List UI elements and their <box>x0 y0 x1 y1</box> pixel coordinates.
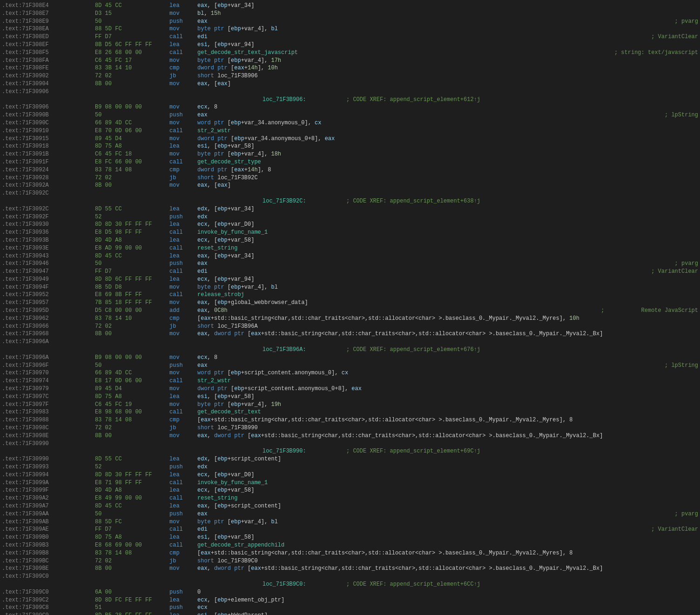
asm-mnemonic: mov <box>169 119 197 127</box>
asm-bytes: 8D 75 A8 <box>95 142 169 150</box>
asm-bytes: 83 78 14 08 <box>95 166 169 174</box>
asm-operands: eax, 0C8h <box>197 307 594 315</box>
asm-mnemonic: call <box>169 268 197 276</box>
asm-address: .text:71F30988 <box>2 416 95 424</box>
asm-line: .text:71F309048B 00moveax, [eax] <box>0 80 700 88</box>
asm-address: .text:71F309C0 <box>2 573 95 581</box>
loc-comment: ; CODE XREF: append_script_element+6CC↑j <box>346 581 480 588</box>
asm-line: .text:71F308EA88 5D FCmovbyte ptr [ebp+v… <box>0 25 700 33</box>
asm-line: .text:71F309498D 8D 6C FF FF FFleaecx, [… <box>0 276 700 284</box>
asm-address: .text:71F30952 <box>2 291 95 299</box>
asm-operands: ecx, [ebp+var_58] <box>197 487 698 494</box>
asm-line: .text:71F3092A8B 00moveax, [eax] <box>0 182 700 189</box>
asm-operands: reset_string <box>197 494 698 502</box>
asm-bytes: E8 69 8B FF FF <box>95 291 169 299</box>
asm-line: .text:71F3097989 45 D4movdword ptr [ebp+… <box>0 385 700 393</box>
asm-mnemonic: mov <box>169 369 197 377</box>
loc-label-line: loc_71F3B96A:; CODE XREF: append_script_… <box>0 346 700 354</box>
asm-comment: ; VariantClear <box>645 526 698 534</box>
asm-operands: [eax+std::basic_string<char,std::char_tr… <box>197 416 698 424</box>
asm-operands: edx <box>197 463 698 471</box>
asm-bytes: 8B 00 <box>95 182 169 189</box>
asm-mnemonic: push <box>169 588 197 596</box>
asm-operands: get_decode_str_text <box>197 408 698 416</box>
asm-operands: byte ptr [ebp+var_4], 18h <box>197 150 698 158</box>
asm-address: .text:71F30946 <box>2 260 95 268</box>
asm-operands: invoke_by_func_name_1 <box>197 479 698 487</box>
asm-operands: get_decode_str_text_javascript <box>197 49 608 57</box>
asm-line: .text:71F3091FE8 FC 66 00 00callget_deco… <box>0 158 700 166</box>
asm-operands: str_2_wstr <box>197 377 698 385</box>
asm-operands: edx, [ebp+script_content] <box>197 455 698 463</box>
asm-operands: esi, [ebp+hWndParent] <box>197 612 698 615</box>
asm-bytes: 72 02 <box>95 72 169 80</box>
asm-address: .text:71F308FA <box>2 57 95 65</box>
asm-mnemonic: mov <box>169 354 197 362</box>
asm-operands: 0 <box>197 588 698 596</box>
asm-mnemonic: lea <box>169 276 197 284</box>
asm-bytes: 8D 8D 6C FF FF FF <box>95 276 169 284</box>
asm-operands: short loc_71F3B9C0 <box>197 557 698 565</box>
asm-operands: ecx <box>197 604 698 612</box>
asm-address: .text:71F309AE <box>2 526 95 534</box>
asm-line: .text:71F3099AE8 71 98 FF FFcallinvoke_b… <box>0 479 700 487</box>
asm-comment: ; VariantClear <box>645 33 698 41</box>
asm-mnemonic: cmp <box>169 416 197 424</box>
asm-address: .text:71F3098E <box>2 432 95 440</box>
asm-mnemonic: lea <box>169 487 197 494</box>
asm-bytes: 83 78 14 10 <box>95 315 169 323</box>
asm-bytes: E8 17 0D 06 00 <box>95 377 169 385</box>
asm-line: .text:71F3092872 02jbshort loc_71F3B92C <box>0 174 700 182</box>
asm-address: .text:71F308EA <box>2 25 95 33</box>
asm-mnemonic: call <box>169 377 197 385</box>
asm-mnemonic: add <box>169 307 197 315</box>
asm-address: .text:71F3096A <box>2 338 95 346</box>
asm-line: .text:71F308E7D3 15movbl, 15h <box>0 10 700 18</box>
asm-bytes: 8D 75 A8 <box>95 393 169 401</box>
asm-line: .text:71F3095DD5 C8 00 00 00addeax, 0C8h… <box>0 307 700 315</box>
asm-mnemonic: call <box>169 526 197 534</box>
asm-operands: word ptr [ebp+script_content.anonymous_0… <box>197 369 698 377</box>
asm-line: .text:71F30947FF D7calledi ; VariantClea… <box>0 268 700 276</box>
asm-operands: invoke_by_func_name_1 <box>197 229 698 237</box>
asm-bytes: FF D7 <box>95 33 169 41</box>
asm-bytes: E8 AD 99 00 00 <box>95 244 169 252</box>
asm-bytes: 8B 00 <box>95 80 169 88</box>
asm-mnemonic: push <box>169 604 197 612</box>
asm-mnemonic: mov <box>169 401 197 409</box>
asm-bytes: B9 08 00 00 00 <box>95 354 169 362</box>
asm-bytes: E8 68 69 00 00 <box>95 541 169 549</box>
asm-address: .text:71F30949 <box>2 276 95 284</box>
asm-operands: edx, [ebp+var_34] <box>197 205 698 213</box>
asm-address: .text:71F3093B <box>2 237 95 244</box>
asm-mnemonic: jb <box>169 323 197 331</box>
asm-bytes: FF D7 <box>95 268 169 276</box>
asm-address: .text:71F309B3 <box>2 541 95 549</box>
asm-address: .text:71F309C8 <box>2 604 95 612</box>
asm-address: .text:71F30993 <box>2 463 95 471</box>
asm-mnemonic: mov <box>169 25 197 33</box>
asm-address: .text:71F3097C <box>2 393 95 401</box>
asm-mnemonic: mov <box>169 57 197 65</box>
asm-line: .text:71F3092C8D 55 CCleaedx, [ebp+var_3… <box>0 205 700 213</box>
asm-address: .text:71F30990 <box>2 440 95 448</box>
asm-operands: byte ptr [ebp+var_4], bl <box>197 518 698 526</box>
asm-operands: eax, [ebp+var_34] <box>197 252 698 260</box>
asm-address: .text:71F3096A <box>2 354 95 362</box>
asm-mnemonic: cmp <box>169 549 197 557</box>
asm-mnemonic: call <box>169 244 197 252</box>
asm-line: .text:71F309688B 00moveax, dword ptr [ea… <box>0 330 700 338</box>
asm-line: .text:71F309B3E8 68 69 00 00callget_deco… <box>0 541 700 549</box>
asm-address: .text:71F308F5 <box>2 49 95 57</box>
asm-operands: reset_string <box>197 244 698 252</box>
asm-line: .text:71F30906B9 08 00 00 00movecx, 8 <box>0 103 700 111</box>
asm-mnemonic: lea <box>169 596 197 604</box>
asm-mnemonic: lea <box>169 534 197 541</box>
asm-address: .text:71F3090C <box>2 119 95 127</box>
asm-line: .text:71F308FE83 3B 14 10cmpdword ptr [e… <box>0 64 700 72</box>
asm-line: .text:71F309C06A 00push0 <box>0 588 700 596</box>
asm-bytes: 8D 8D 30 FF FF FF <box>95 471 169 479</box>
asm-operands: eax, [eax] <box>197 80 698 88</box>
asm-address: .text:71F30957 <box>2 299 95 307</box>
asm-bytes: 88 5D FC <box>95 25 169 33</box>
